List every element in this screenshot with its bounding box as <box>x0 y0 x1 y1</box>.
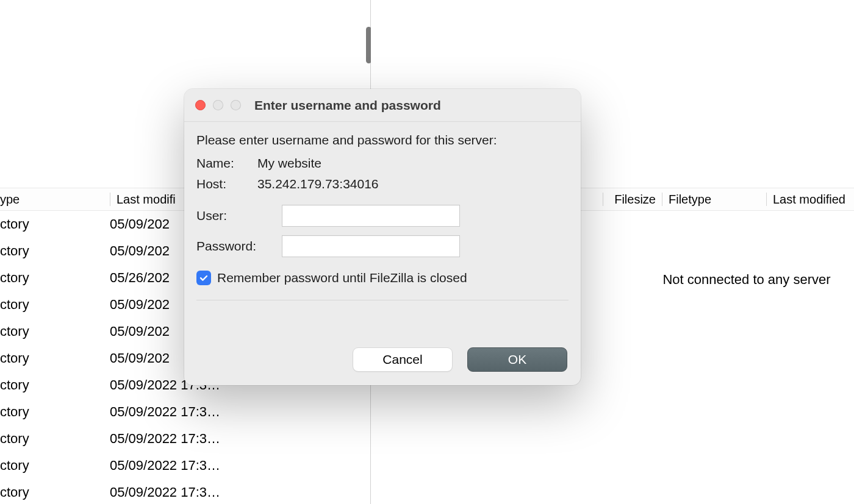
cell-filetype: ctory <box>0 404 110 420</box>
user-label: User: <box>196 208 282 223</box>
column-header-last-modified[interactable]: Last modified <box>773 193 854 207</box>
host-value: 35.242.179.73:34016 <box>257 177 379 191</box>
cancel-button[interactable]: Cancel <box>353 347 453 372</box>
checkmark-icon <box>199 273 209 283</box>
cell-filetype: ctory <box>0 324 110 339</box>
close-icon[interactable] <box>195 100 206 110</box>
cell-filetype: ctory <box>0 458 110 474</box>
column-header-filetype[interactable]: ype <box>0 193 110 207</box>
remember-label: Remember password until FileZilla is clo… <box>217 271 467 285</box>
name-label: Name: <box>196 156 257 171</box>
cell-filetype: ctory <box>0 243 110 259</box>
cell-filetype: ctory <box>0 350 110 366</box>
host-label: Host: <box>196 177 257 191</box>
minimize-icon <box>213 100 223 110</box>
cell-filetype: ctory <box>0 270 110 286</box>
dialog-title: Enter username and password <box>254 98 441 113</box>
ok-button[interactable]: OK <box>467 347 567 372</box>
table-row[interactable]: ctory05/09/2022 17:3… <box>0 399 370 425</box>
dialog-prompt: Please enter username and password for t… <box>196 133 569 147</box>
cell-filetype: ctory <box>0 377 110 393</box>
dialog-titlebar[interactable]: Enter username and password <box>184 89 581 122</box>
cell-filetype: ctory <box>0 297 110 313</box>
table-row[interactable]: ctory05/09/2022 17:3… <box>0 479 370 504</box>
name-value: My website <box>257 156 321 171</box>
cell-last-modified: 05/09/2022 17:3… <box>110 404 370 420</box>
cell-filetype: ctory <box>0 216 110 232</box>
cell-filetype: ctory <box>0 484 110 500</box>
table-row[interactable]: ctory05/09/2022 17:3… <box>0 425 370 452</box>
cell-last-modified: 05/09/2022 17:3… <box>110 484 370 500</box>
cell-filetype: ctory <box>0 431 110 447</box>
column-header-filetype[interactable]: Filetype <box>669 193 766 207</box>
column-header-filesize[interactable]: Filesize <box>609 193 662 207</box>
table-row[interactable]: ctory05/09/2022 17:3… <box>0 452 370 479</box>
password-label: Password: <box>196 239 282 254</box>
cell-last-modified: 05/09/2022 17:3… <box>110 431 370 447</box>
maximize-icon <box>231 100 241 110</box>
remember-checkbox[interactable] <box>196 271 211 285</box>
password-input[interactable] <box>282 235 460 257</box>
user-input[interactable] <box>282 205 460 227</box>
cell-last-modified: 05/09/2022 17:3… <box>110 458 370 474</box>
login-dialog: Enter username and password Please enter… <box>184 89 581 385</box>
